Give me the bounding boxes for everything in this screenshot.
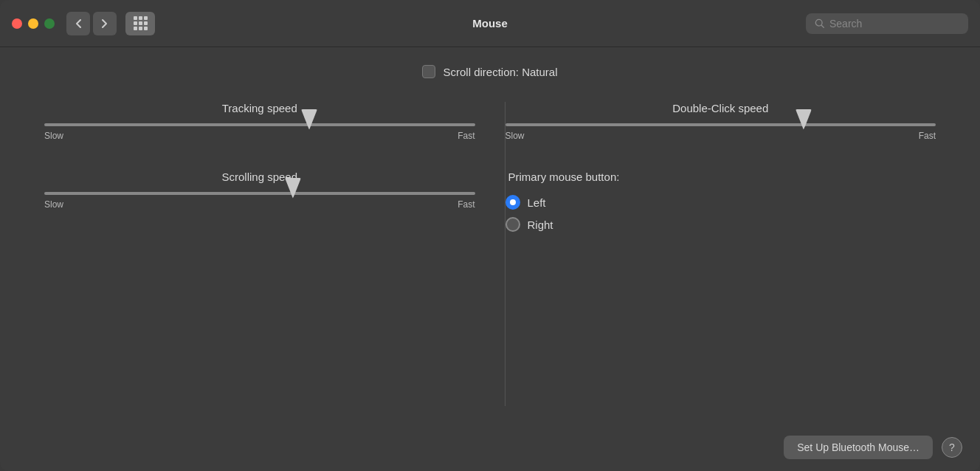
main-window: Mouse Scroll direction: Natural Tracking… — [0, 0, 980, 471]
tracking-speed-fast: Fast — [458, 131, 475, 141]
minimize-button[interactable] — [28, 18, 38, 29]
tracking-speed-labels: Slow Fast — [44, 131, 475, 141]
radio-right-label: Right — [528, 219, 553, 231]
scrolling-speed-labels: Slow Fast — [44, 199, 475, 210]
primary-button-title: Primary mouse button: — [505, 171, 936, 183]
scrolling-speed-fast: Fast — [458, 199, 475, 210]
scroll-direction-row: Scroll direction: Natural — [30, 65, 950, 78]
search-bar[interactable] — [806, 13, 968, 34]
maximize-button[interactable] — [44, 18, 55, 29]
tracking-speed-title: Tracking speed — [44, 102, 475, 114]
nav-buttons — [66, 12, 155, 35]
scrolling-speed-section: Scrolling speed Slow Fast — [44, 171, 475, 210]
double-click-slider-row: Slow Fast — [505, 123, 936, 141]
radio-left-indicator — [505, 195, 520, 210]
help-button[interactable]: ? — [942, 437, 962, 458]
double-click-section: Double-Click speed Slow Fast — [505, 102, 936, 141]
primary-button-section: Primary mouse button: Left Right — [505, 171, 936, 232]
double-click-title: Double-Click speed — [505, 102, 936, 114]
radio-left-dot — [510, 199, 516, 205]
grid-icon — [134, 16, 148, 30]
left-column: Tracking speed Slow Fast Scrolling speed — [30, 102, 490, 406]
grid-view-button[interactable] — [125, 12, 155, 35]
double-click-labels: Slow Fast — [505, 131, 936, 141]
content-area: Scroll direction: Natural Tracking speed… — [0, 47, 980, 424]
search-icon — [815, 18, 825, 29]
traffic-lights — [12, 18, 55, 29]
tracking-speed-slider[interactable] — [44, 123, 475, 126]
double-click-slow: Slow — [505, 131, 525, 141]
radio-right[interactable]: Right — [505, 217, 936, 232]
tracking-speed-slow: Slow — [44, 131, 63, 141]
back-button[interactable] — [66, 12, 90, 35]
radio-left-label: Left — [528, 196, 546, 209]
scrolling-speed-slider[interactable] — [44, 192, 475, 195]
titlebar: Mouse — [0, 0, 980, 47]
radio-right-indicator — [505, 217, 520, 232]
bluetooth-setup-button[interactable]: Set Up Bluetooth Mouse… — [784, 436, 933, 459]
scrolling-speed-slider-row: Slow Fast — [44, 192, 475, 210]
forward-button[interactable] — [93, 12, 117, 35]
double-click-fast: Fast — [919, 131, 936, 141]
scroll-direction-label: Scroll direction: Natural — [443, 66, 557, 78]
bottom-bar: Set Up Bluetooth Mouse… ? — [0, 424, 980, 471]
settings-grid: Tracking speed Slow Fast Scrolling speed — [30, 102, 950, 406]
radio-left[interactable]: Left — [505, 195, 936, 210]
scrolling-speed-slow: Slow — [44, 199, 63, 210]
double-click-slider[interactable] — [505, 123, 936, 126]
search-input[interactable] — [829, 18, 959, 30]
scrolling-speed-title: Scrolling speed — [44, 171, 475, 183]
scroll-direction-checkbox[interactable] — [422, 65, 435, 78]
primary-button-radio-group: Left Right — [505, 195, 936, 232]
tracking-speed-slider-row: Slow Fast — [44, 123, 475, 141]
window-title: Mouse — [472, 17, 508, 30]
close-button[interactable] — [12, 18, 22, 29]
tracking-speed-section: Tracking speed Slow Fast — [44, 102, 475, 141]
right-column: Double-Click speed Slow Fast Primary mou… — [491, 102, 951, 406]
